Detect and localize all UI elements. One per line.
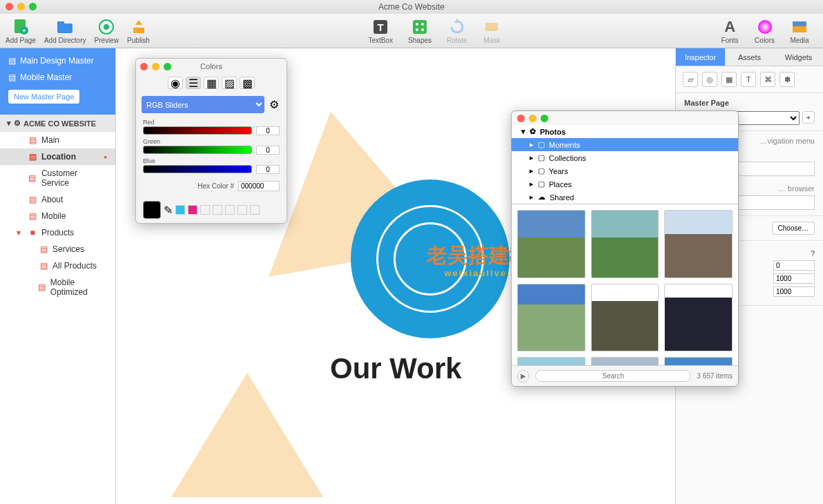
page-icon: ▾ [14, 228, 23, 238]
content-width-input[interactable] [773, 273, 815, 284]
close-icon[interactable] [517, 115, 525, 122]
photos-tree-item[interactable]: ▸☁Shared [512, 191, 738, 204]
page-item[interactable]: ▤Mobile Optimized [0, 274, 115, 300]
settings-mode-icon[interactable]: ✽ [780, 72, 795, 87]
shapes-button[interactable]: Shapes [408, 17, 432, 44]
photo-thumbnail[interactable] [664, 210, 733, 278]
color-slider[interactable] [143, 146, 252, 154]
main-toolbar: +Add Page Add Directory Preview Publish … [0, 14, 823, 48]
close-icon[interactable] [6, 3, 13, 10]
tab-assets[interactable]: Assets [725, 48, 774, 66]
master-item[interactable]: ▤Main Design Master [0, 52, 115, 69]
photo-thumbnail[interactable] [591, 357, 659, 365]
current-color-swatch[interactable] [143, 201, 161, 219]
page-mode-icon[interactable]: ▱ [683, 72, 698, 87]
empty-swatch[interactable] [225, 205, 235, 215]
master-item[interactable]: ▤Mobile Master [0, 69, 115, 86]
tab-widgets[interactable]: Widgets [774, 48, 823, 66]
photo-thumbnail[interactable] [517, 210, 585, 278]
photo-thumbnail[interactable] [517, 284, 585, 352]
empty-swatch[interactable] [213, 205, 222, 215]
geometry-mode-icon[interactable]: ◎ [702, 72, 717, 87]
photos-tree-item[interactable]: ▸▢Moments [512, 138, 738, 151]
empty-swatch[interactable] [250, 205, 260, 215]
layout-value-input[interactable] [773, 260, 815, 271]
add-page-button[interactable]: +Add Page [6, 17, 36, 44]
circle-logo-shape[interactable] [351, 180, 510, 338]
help-icon[interactable]: ? [811, 249, 815, 258]
photos-root[interactable]: ▾✿Photos [512, 125, 738, 138]
photo-thumbnail[interactable] [664, 284, 733, 352]
photos-search-input[interactable] [535, 370, 691, 382]
zoom-icon[interactable] [29, 3, 37, 10]
colors-panel[interactable]: Colors ◉ ☰ ▦ ▨ ▩ RGB Sliders ⚙ RedGreenB… [135, 58, 287, 224]
page-item[interactable]: ▾■Products [0, 224, 115, 241]
site-header[interactable]: ▾⚙ACME CO WEBSITE [0, 115, 115, 132]
page-item[interactable]: ▤All Products [0, 258, 115, 274]
svg-rect-10 [413, 20, 427, 34]
slider-value-input[interactable] [256, 126, 280, 135]
triangle-shape[interactable] [171, 373, 323, 497]
play-slideshow-icon[interactable]: ▶ [517, 370, 530, 382]
slider-type-select[interactable]: RGB Sliders [142, 96, 264, 113]
palette-mode-icon[interactable]: ▦ [204, 77, 219, 89]
color-slider[interactable] [143, 165, 252, 173]
new-master-button[interactable]: New Master Page [8, 90, 79, 104]
wheel-mode-icon[interactable]: ◉ [168, 77, 183, 89]
page-item[interactable]: ▤Services [0, 241, 115, 258]
slider-value-input[interactable] [256, 165, 280, 174]
photos-tree-item[interactable]: ▸▢Collections [512, 151, 738, 164]
colors-button[interactable]: Colors [755, 17, 775, 44]
svg-point-14 [421, 28, 424, 31]
photo-thumbnail[interactable] [591, 210, 659, 278]
page-item[interactable]: ▤Mobile [0, 208, 115, 224]
empty-swatch[interactable] [200, 205, 210, 215]
add-directory-button[interactable]: Add Directory [44, 17, 86, 44]
page-item[interactable]: ▤Main [0, 132, 115, 148]
colors-panel-titlebar[interactable]: Colors [136, 59, 287, 74]
eyedropper-icon[interactable]: ✎ [164, 204, 173, 217]
photo-thumbnail[interactable] [591, 284, 659, 352]
minimize-icon[interactable] [152, 63, 159, 70]
gear-icon[interactable]: ⚙ [267, 96, 281, 113]
hex-input[interactable] [238, 181, 280, 191]
crayons-mode-icon[interactable]: ▩ [240, 77, 255, 89]
recent-swatch[interactable] [188, 205, 197, 215]
close-icon[interactable] [140, 63, 148, 70]
color-slider[interactable] [143, 126, 252, 135]
photos-tree-item[interactable]: ▸▢Years [512, 164, 738, 177]
text-mode-icon[interactable]: T [741, 72, 756, 87]
page-item[interactable]: ▤Customer Service [0, 165, 115, 191]
photo-thumbnail[interactable] [517, 357, 585, 365]
rotate-button[interactable]: Rotate [447, 17, 467, 44]
publish-button[interactable]: Publish [127, 17, 150, 44]
minimize-icon[interactable] [529, 115, 536, 122]
sliders-mode-icon[interactable]: ☰ [186, 77, 201, 89]
tab-inspector[interactable]: Inspector [676, 48, 725, 66]
textbox-button[interactable]: TTextBox [369, 17, 394, 44]
page-item[interactable]: ▤Location [0, 148, 115, 165]
recent-swatch[interactable] [175, 205, 185, 215]
media-button[interactable]: Media [790, 17, 809, 44]
photos-panel[interactable]: ▾✿Photos ▸▢Moments ▸▢Collections ▸▢Years… [511, 110, 739, 387]
add-master-button[interactable]: + [802, 111, 815, 124]
page-item[interactable]: ▤About [0, 191, 115, 208]
photos-tree-item[interactable]: ▸▢Places [512, 177, 738, 191]
zoom-icon[interactable] [164, 63, 171, 70]
zoom-icon[interactable] [541, 115, 548, 122]
preview-button[interactable]: Preview [95, 17, 119, 44]
minimize-icon[interactable] [17, 3, 25, 10]
empty-swatch[interactable] [238, 205, 247, 215]
window-traffic-lights[interactable] [6, 3, 37, 10]
metrics-mode-icon[interactable]: ▦ [722, 72, 737, 87]
heading-text[interactable]: Our Work [330, 352, 462, 385]
photo-thumbnail[interactable] [664, 357, 733, 365]
slider-value-input[interactable] [256, 146, 280, 155]
content-height-input[interactable] [773, 287, 815, 297]
choose-button[interactable]: Choose… [772, 222, 815, 235]
page-icon: ▤ [28, 211, 37, 221]
fonts-button[interactable]: AFonts [720, 17, 739, 44]
spectrum-mode-icon[interactable]: ▨ [222, 77, 237, 89]
link-mode-icon[interactable]: ⌘ [760, 72, 775, 87]
mask-button[interactable]: Mask [482, 17, 501, 44]
